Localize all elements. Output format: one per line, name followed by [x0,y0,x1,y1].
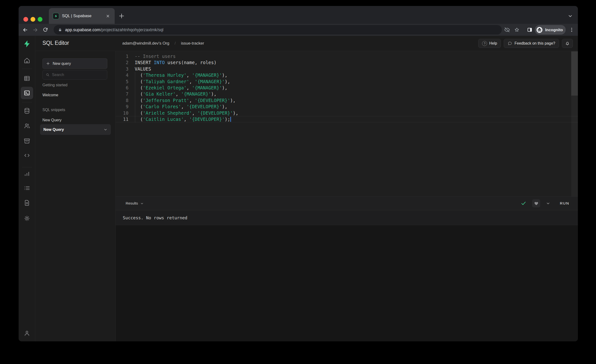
line-number: 6 [116,85,128,91]
sidebar-item-reports[interactable] [23,170,31,178]
new-query-button-label: New query [53,61,71,66]
code-text: ('Arielle Shepherd', '{DEVELOPER}'), [135,110,238,116]
results-empty-area [116,225,578,341]
plus-icon [46,61,50,66]
help-button[interactable]: ? Help [478,39,501,48]
breadcrumb-project[interactable]: issue-tracker [181,41,204,46]
code-text: -- Insert users [135,53,176,59]
back-button[interactable] [21,25,29,34]
supabase-favicon-icon [53,13,59,19]
success-message: Success. No rows returned [123,215,187,220]
sidebar-item-table-editor[interactable] [23,74,31,83]
incognito-label: Incognito [545,28,563,32]
line-number: 7 [116,91,128,97]
code-line: 10 ('Arielle Shepherd', '{DEVELOPER}'), [116,110,578,116]
rail-divider [22,69,32,69]
line-number: 1 [116,53,128,59]
sidebar-item-home[interactable] [23,56,31,65]
forward-button[interactable] [31,25,40,34]
code-editor[interactable]: 1 -- Insert users 2 INSERT INTO users(na… [116,51,578,196]
sidebar-item-logs[interactable] [23,184,31,192]
search-icon [46,73,50,77]
chevron-down-icon[interactable] [546,201,550,206]
sql-editor-sidebar: New query Getting started Welcome SQL sn… [35,51,116,341]
sidebar-item-welcome[interactable]: Welcome [42,93,58,97]
code-line: 5 ('Taliyah Gardner', '{MANAGER}'), [116,78,578,85]
feedback-label: Feedback on this page? [514,41,555,45]
feedback-button[interactable]: Feedback on this page? [504,39,559,48]
tab-close-icon[interactable] [105,13,111,19]
search-input[interactable] [52,73,104,77]
notifications-button[interactable] [562,39,573,48]
chevron-down-icon[interactable] [104,127,108,132]
incognito-badge[interactable]: Incognito [535,25,566,35]
code-line: 4 ('Theresa Hurley', '{MANAGER}'), [116,72,578,78]
sidebar-item-new-query-active[interactable]: New Query [40,124,111,135]
code-text: VALUES [135,66,151,72]
results-dropdown[interactable]: Results [126,201,144,206]
close-window-button[interactable] [23,17,28,22]
supabase-app: SQL Editor adam@windmill.dev's Org / iss… [19,36,578,341]
sql-editor-code[interactable]: 1 -- Insert users 2 INSERT INTO users(na… [116,53,578,122]
browser-menu-icon[interactable] [567,25,576,34]
snippet-search[interactable] [42,70,107,80]
tab-title: SQL | Supabase [62,14,102,18]
code-text: ('Ezekiel Ortega', '{MANAGER}'), [135,85,227,91]
sidebar-item-storage[interactable] [23,137,31,145]
code-line: 8 ('Jefferson Pratt', '{DEVELOPER}'), [116,97,578,104]
app-topbar: SQL Editor adam@windmill.dev's Org / iss… [35,36,578,51]
supabase-logo-icon[interactable] [23,40,31,48]
breadcrumb: adam@windmill.dev's Org / issue-tracker [122,41,204,46]
zoom-window-button[interactable] [38,17,42,22]
sidebar-item-api-docs[interactable] [23,199,31,207]
line-number: 10 [116,110,128,116]
breadcrumb-org[interactable]: adam@windmill.dev's Org [122,41,169,46]
run-button[interactable]: RUN [557,200,572,207]
sidebar-item-auth-users[interactable] [23,122,31,130]
browser-toolbar: app.supabase.com/project/azahtnhqohyjerz… [19,24,578,36]
url-text: app.supabase.com/project/azahtnhqohyjerz… [65,27,163,32]
sidebar-item-database[interactable] [23,107,31,115]
code-text: ('Caitlin Lucas', '{DEVELOPER}'); [135,116,231,122]
minimize-window-button[interactable] [30,17,35,22]
line-number: 11 [116,116,128,122]
line-number: 3 [116,66,128,72]
line-number: 2 [116,59,128,66]
new-query-button[interactable]: New query [42,58,107,69]
code-text: INSERT INTO users(name, roles) [135,59,216,66]
url-bar[interactable]: app.supabase.com/project/azahtnhqohyjerz… [54,25,502,35]
code-line: 2 INSERT INTO users(name, roles) [116,59,578,66]
code-line: 11 ('Caitlin Lucas', '{DEVELOPER}'); [116,116,578,122]
results-dropdown-label: Results [126,201,138,206]
password-eye-off-icon[interactable] [503,25,511,34]
tab-search-chevron-icon[interactable] [566,12,574,20]
sidebar-item-new-query[interactable]: New Query [42,118,61,122]
rail-divider [22,167,32,167]
scrollbar-thumb[interactable] [571,52,578,96]
section-label-sql-snippets: SQL snippets [42,108,65,112]
line-number: 9 [116,104,128,110]
browser-window: SQL | Supabase app.supaba [19,6,578,341]
browser-tab[interactable]: SQL | Supabase [49,8,115,24]
chevron-down-icon [140,202,144,205]
sidebar-item-sql-editor[interactable] [21,87,33,99]
sidebar-item-edge-functions[interactable] [23,151,31,160]
results-bar-actions: RUN [521,199,572,207]
favorite-button[interactable] [532,199,540,207]
bookmark-star-icon[interactable] [513,25,521,34]
reload-button[interactable] [41,25,50,34]
results-bar: Results RUN [116,196,578,210]
tab-strip: SQL | Supabase [19,6,578,24]
url-domain: app.supabase.com [65,27,100,32]
new-tab-button[interactable] [117,12,126,20]
profile-icon[interactable] [23,329,31,338]
page-title: SQL Editor [42,40,69,46]
side-panel-icon[interactable] [525,25,534,34]
line-number: 8 [116,97,128,104]
sidebar-item-settings[interactable] [23,214,31,223]
results-message-band: Success. No rows returned [116,210,578,225]
incognito-spy-icon [536,26,543,34]
editor-scrollbar[interactable] [571,51,578,196]
code-text: ('Carlo Flores', '{DEVELOPER}'), [135,104,227,110]
lock-icon [58,28,62,32]
